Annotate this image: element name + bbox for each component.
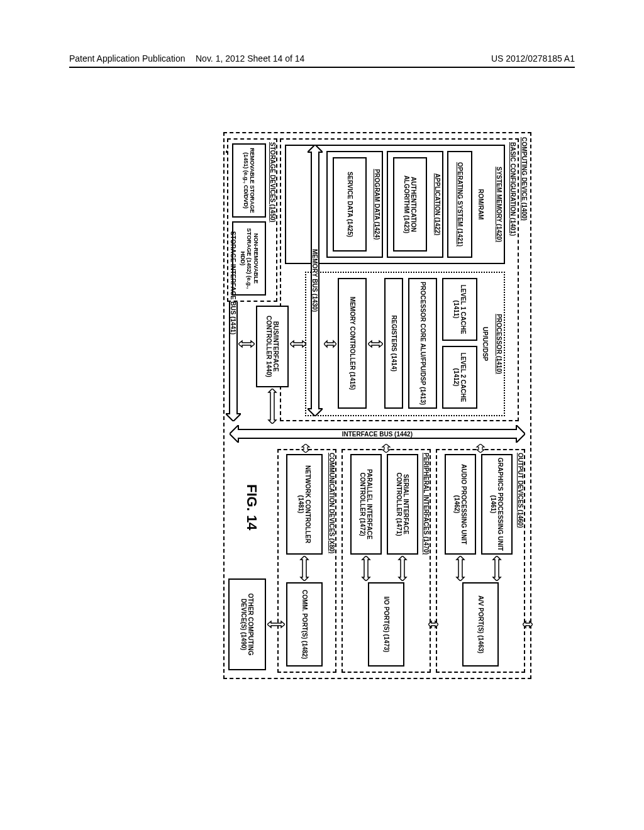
nonremovable-storage-box: NON-REMOVABLE STORAGE (1452) (e.g., HDD) xyxy=(232,221,266,296)
basic-config-title: BASIC CONFIGURATION (1401) xyxy=(509,142,516,236)
arrow-icon xyxy=(324,338,336,350)
processor-title: PROCESSOR (1410) xyxy=(496,277,502,411)
proc-core-box: PROCESSOR CORE ALU/FPU/DSP (1413) xyxy=(408,278,437,409)
header-rule xyxy=(69,67,575,68)
os-title: OPERATING SYSTEM (1421) xyxy=(456,162,464,246)
os-box: OPERATING SYSTEM (1421) xyxy=(447,151,472,258)
memory-bus-label: MEMORY BUS (1430) xyxy=(312,249,319,312)
arrow-icon xyxy=(475,444,486,453)
arrow-icon xyxy=(368,338,383,350)
storage-bus-label: STORAGE INTERFACE BUS (1441) xyxy=(230,231,237,335)
rom-ram-label: ROM/RAM xyxy=(475,150,486,259)
comm-devices-title: COMMUNICATION DEVICES (X80) xyxy=(328,453,335,553)
peripheral-title: PERIPHERAL INTERFACES (1470) xyxy=(423,453,430,555)
diagram: COMPUTING DEVICE (1400) BASIC CONFIGURAT… xyxy=(91,132,531,698)
computing-device-title: COMPUTING DEVICE (1400) xyxy=(521,137,528,221)
av-ports-box: A/V PORT(S) (1463) xyxy=(462,582,499,667)
registers-box: REGISTERS (1414) xyxy=(384,278,403,409)
arrow-icon xyxy=(267,619,285,630)
output-devices-title: OUTPUT DEVICES (1460) xyxy=(517,453,524,528)
serial-ctrl-box: SERIAL INTERFACE CONTROLLER (1471) xyxy=(387,454,418,555)
removable-storage-box: REMOVABLE STORAGE (1451) (e.g., CD/DVD) xyxy=(232,143,266,218)
arrow-icon xyxy=(380,444,392,453)
l1-cache-box: LEVEL 1 CACHE (1411) xyxy=(442,278,477,341)
figure-label: FIG. 14 xyxy=(243,484,260,530)
apu-box: AUDIO PROCESSING UNIT (1462) xyxy=(445,454,476,555)
interface-bus-label: INTERFACE BUS (1442) xyxy=(342,431,413,438)
other-devices-box: OTHER COMPUTING DEVICE(S) (1490) xyxy=(228,578,266,670)
memory-bus: MEMORY BUS (1430) xyxy=(308,145,323,416)
arrow-icon xyxy=(300,444,311,453)
arrow-icon xyxy=(267,389,278,424)
program-data-title: PROGRAM DATA (1424) xyxy=(374,157,380,252)
up-uc-dsp-label: UP/UC/DSP xyxy=(480,277,490,411)
arrow-icon xyxy=(455,556,466,581)
l2-cache-box: LEVEL 2 CACHE (1412) xyxy=(442,346,477,409)
parallel-ctrl-box: PARALLEL INTERFACE CONTROLLER (1472) xyxy=(350,454,382,555)
auth-algo-box: AUTHENTICATION ALGORITHM (1423) xyxy=(393,157,427,252)
net-ctrl-box: NETWORK CONTROLLER (1481) xyxy=(286,454,323,555)
mem-ctrl-box: MEMORY CONTROLLER (1415) xyxy=(338,278,367,409)
header-center: Nov. 1, 2012 Sheet 14 of 14 xyxy=(196,53,304,64)
arrow-icon xyxy=(290,338,306,350)
header-left: Patent Application Publication xyxy=(69,53,185,64)
arrow-icon xyxy=(397,556,408,581)
arrow-icon xyxy=(491,556,502,581)
header-right: US 2012/0278185 A1 xyxy=(491,53,575,64)
arrow-icon xyxy=(428,619,438,630)
bus-interface-controller-box: BUS/INTERFACE CONTROLLER 1440) xyxy=(256,306,289,387)
system-memory-title: SYSTEM MEMORY (1420) xyxy=(496,150,502,259)
arrow-icon xyxy=(523,619,533,630)
interface-bus: INTERFACE BUS (1442) xyxy=(230,425,525,443)
comm-ports-box: COMM. PORT(S) (1482) xyxy=(286,582,323,667)
app-title: APPLICATION (1422) xyxy=(434,157,441,252)
io-ports-box: I/O PORT(S) (1473) xyxy=(368,582,404,667)
arrow-icon xyxy=(299,556,310,581)
service-data-box: SERVICE DATA (1425) xyxy=(333,157,367,252)
arrow-icon xyxy=(360,556,372,581)
gpu-box: GRAPHICS PROCESSING UNIT (1461) xyxy=(481,454,513,555)
storage-devices-title: STORAGE DEVICES (1450) xyxy=(269,142,276,223)
